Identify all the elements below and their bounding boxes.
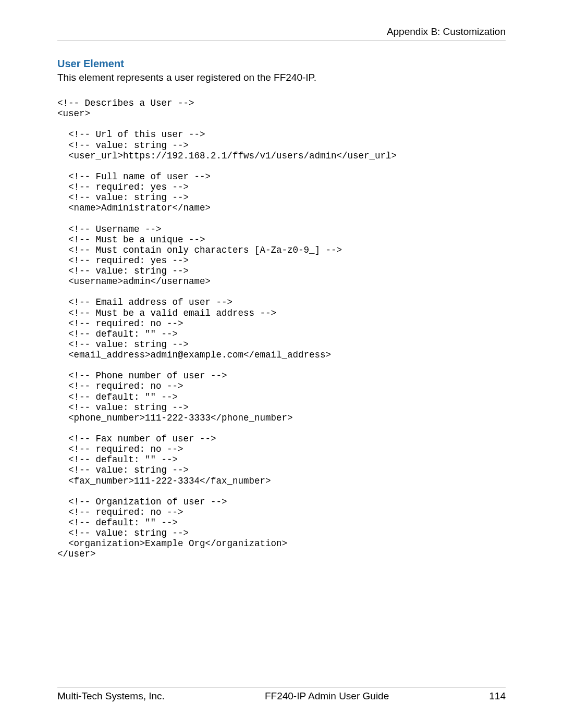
section-intro: This element represents a user registere… bbox=[57, 72, 506, 83]
section-title: User Element bbox=[57, 58, 506, 70]
page: Appendix B: Customization User Element T… bbox=[0, 0, 563, 728]
footer-page-number: 114 bbox=[489, 690, 506, 702]
running-head: Appendix B: Customization bbox=[57, 26, 506, 38]
footer: Multi-Tech Systems, Inc. FF240-IP Admin … bbox=[57, 687, 506, 702]
code-block: <!-- Describes a User --> <user> <!-- Ur… bbox=[57, 98, 506, 560]
footer-rule bbox=[57, 687, 506, 687]
header-rule bbox=[57, 41, 506, 41]
footer-left: Multi-Tech Systems, Inc. bbox=[57, 690, 165, 702]
footer-center: FF240-IP Admin User Guide bbox=[265, 690, 389, 702]
